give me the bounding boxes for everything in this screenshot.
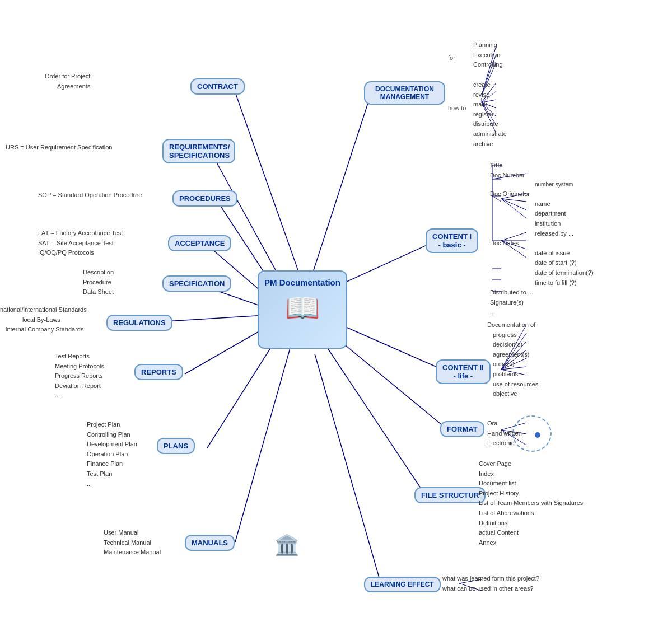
- le-item-2: what can be used in other areas?: [442, 584, 539, 594]
- cl-objective: objective: [487, 389, 538, 399]
- specification-label: SPECIFICATION: [162, 275, 231, 292]
- learning-node: LEARNING EFFECT: [364, 577, 441, 592]
- procedures-item-1: SOP = Standard Operation Procedure: [38, 190, 142, 200]
- cb-ttf: time to fulfill (?): [490, 278, 594, 288]
- plan-item-4: Operation Plan: [87, 450, 137, 460]
- specification-node: SPECIFICATION: [162, 275, 231, 292]
- dm-how-item-5: distribute: [473, 119, 507, 129]
- content-life-label: CONTENT II- life -: [436, 359, 491, 384]
- format-label: FORMAT: [440, 421, 484, 437]
- dm-how-item-6: administrate: [473, 129, 507, 139]
- cb-name: name: [490, 199, 594, 209]
- acceptance-node: ACCEPTANCE: [168, 235, 231, 251]
- procedures-labels: SOP = Standard Operation Procedure: [38, 190, 142, 200]
- contract-item-1: Order for Project: [45, 72, 90, 82]
- center-title: PM Documentation: [264, 277, 340, 288]
- requirements-labels: URS = User Requirement Specification: [6, 143, 112, 153]
- regulations-node: REGULATIONS: [106, 315, 172, 331]
- center-node: PM Documentation 📖: [258, 270, 347, 349]
- svg-line-14: [315, 354, 381, 583]
- plan-item-2: Controlling Plan: [87, 430, 137, 440]
- cl-problems: problems: [487, 370, 538, 380]
- contract-label: CONTRACT: [190, 78, 245, 95]
- requirements-item-1: URS = User Requirement Specification: [6, 143, 112, 153]
- doc-mgmt-for-labels: Planning Execution Controlling: [473, 40, 503, 70]
- procedures-node: PROCEDURES: [172, 190, 237, 207]
- manual-item-3: Maintenance Manual: [104, 548, 161, 558]
- doc-mgmt-howto-label: how to: [448, 104, 466, 114]
- cb-sig: Signature(s): [490, 298, 594, 308]
- dm-how-item-1: create: [473, 80, 507, 90]
- reg-item-3: internal Company Standards: [0, 325, 87, 335]
- cb-ellipsis: ...: [490, 307, 594, 317]
- plan-item-6: Test Plan: [87, 469, 137, 479]
- cb-num-sys: number system: [490, 180, 594, 189]
- content-life-node: CONTENT II- life -: [436, 359, 491, 384]
- fs-content: actual Content: [479, 528, 583, 538]
- format-dot: [535, 432, 540, 438]
- report-item-1: Test Reports: [55, 352, 104, 362]
- dm-how-item-3: mark: [473, 100, 507, 110]
- cb-dept: department: [490, 209, 594, 219]
- plan-item-3: Development Plan: [87, 439, 137, 450]
- doc-mgmt-label: DOCUMENTATIONMANAGEMENT: [364, 81, 445, 105]
- reports-label: REPORTS: [134, 364, 183, 380]
- cb-doc-dates: Doc Dates: [490, 238, 594, 249]
- report-item-2: Meeting Protocols: [55, 362, 104, 372]
- cl-doc-of: Documentation of: [487, 320, 538, 330]
- file-structur-node: FILE STRUCTUR: [414, 487, 486, 503]
- dm-for-item-3: Controlling: [473, 60, 503, 70]
- reg-item-1: national/international Standards: [0, 305, 87, 315]
- acceptance-item-1: FAT = Factory Acceptance Test: [38, 228, 123, 238]
- cb-dist: Distributed to ...: [490, 288, 594, 298]
- manual-item-1: User Manual: [104, 528, 161, 538]
- cb-dot: date of termination(?): [490, 268, 594, 278]
- file-structur-labels: Cover Page Index Document list Project H…: [479, 459, 583, 548]
- dm-for-item-1: Planning: [473, 40, 503, 50]
- cb-title: Title: [490, 161, 594, 171]
- specification-labels: Description Procedure Data Sheet: [83, 268, 114, 297]
- manual-item-2: Technical Manual: [104, 538, 161, 548]
- fs-abbrev: List of Abbreviations: [479, 508, 583, 518]
- spec-item-3: Data Sheet: [83, 287, 114, 297]
- cl-resources: use of resources: [487, 380, 538, 390]
- cl-agreements: agreement(s): [487, 350, 538, 360]
- spec-item-2: Procedure: [83, 278, 114, 288]
- dm-how-item-2: revise: [473, 90, 507, 100]
- file-structur-label: FILE STRUCTUR: [414, 487, 486, 503]
- learning-labels: what was learned form this project? what…: [442, 574, 539, 593]
- procedures-label: PROCEDURES: [172, 190, 237, 207]
- plan-item-5: Finance Plan: [87, 459, 137, 469]
- fmt-oral: Oral: [487, 419, 522, 429]
- fs-doclist: Document list: [479, 479, 583, 489]
- contract-labels: Order for Project Agreements: [45, 72, 90, 91]
- regulations-label: REGULATIONS: [106, 315, 172, 331]
- acceptance-item-2: SAT = Site Acceptance Test: [38, 238, 123, 249]
- cl-progress: progress: [487, 330, 538, 340]
- report-item-5: ...: [55, 391, 104, 401]
- cb-doc-orig: Doc Originator: [490, 189, 594, 199]
- reports-labels: Test Reports Meeting Protocols Progress …: [55, 352, 104, 401]
- learning-label: LEARNING EFFECT: [364, 577, 441, 592]
- requirements-node: REQUIREMENTS/SPECIFICATIONS: [162, 139, 235, 163]
- dm-how-item-4: register: [473, 110, 507, 120]
- svg-line-9: [311, 98, 370, 279]
- dm-how-item-7: archive: [473, 139, 507, 149]
- contract-node: CONTRACT: [190, 78, 245, 95]
- manuals-labels: User Manual Technical Manual Maintenance…: [104, 528, 161, 558]
- plan-item-1: Project Plan: [87, 420, 137, 430]
- manuals-node: MANUALS: [185, 535, 235, 551]
- content-basic-node: CONTENT I- basic -: [426, 228, 478, 253]
- le-item-1: what was learned form this project?: [442, 574, 539, 584]
- plans-label: PLANS: [157, 438, 195, 454]
- contract-item-2: Agreements: [45, 82, 90, 92]
- cb-dos: date of start (?): [490, 258, 594, 268]
- dm-for-item-2: Execution: [473, 50, 503, 60]
- regulations-labels: national/international Standards local B…: [0, 305, 87, 335]
- svg-line-13: [323, 342, 426, 495]
- reports-node: REPORTS: [134, 364, 183, 380]
- svg-line-7: [207, 333, 280, 448]
- content-basic-label: CONTENT I- basic -: [426, 228, 478, 253]
- manuals-label: MANUALS: [185, 535, 235, 551]
- doc-mgmt-node: DOCUMENTATIONMANAGEMENT: [364, 81, 445, 105]
